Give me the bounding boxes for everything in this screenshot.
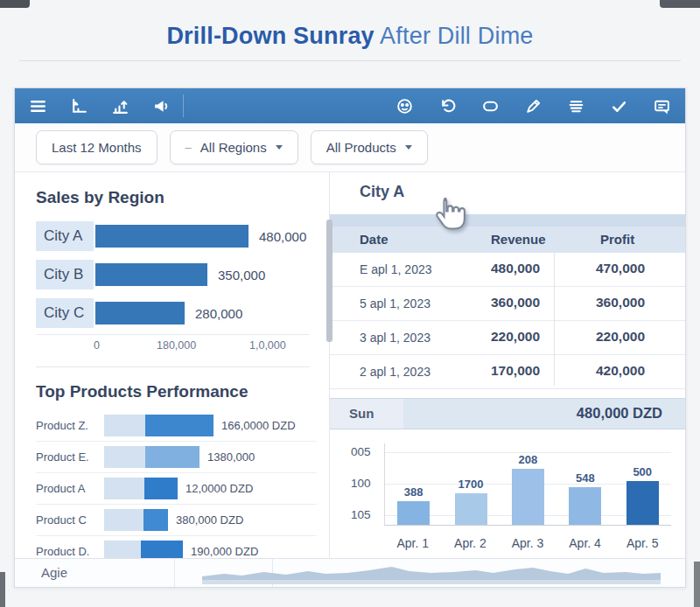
cursor-icon: [430, 195, 468, 237]
cell-profit: 360,000: [547, 295, 645, 310]
daily-bar-column[interactable]: 208: [502, 453, 553, 525]
column-divider: [554, 253, 555, 386]
toolbar-divider: [183, 94, 184, 117]
region-row[interactable]: City A480,000: [36, 219, 329, 254]
daily-bar-value: 388: [404, 485, 424, 499]
megaphone-icon[interactable]: [152, 97, 171, 115]
stack-icon[interactable]: [567, 97, 585, 115]
daily-bar-chart: 005 100 105 3881700208548500 Apr. 1Apr. …: [344, 438, 675, 552]
product-row[interactable]: Product C380,000 DZD: [36, 505, 317, 536]
daily-bar: [455, 493, 487, 525]
filter-product-label: All Products: [326, 140, 396, 155]
chat-card-icon[interactable]: [653, 97, 671, 115]
product-bar-base: [104, 446, 145, 468]
summary-label: Sun: [349, 406, 374, 421]
y-axis-tick: 105: [351, 508, 371, 521]
pen-icon[interactable]: [524, 97, 542, 115]
check-icon[interactable]: [610, 97, 628, 115]
y-axis-tick: 100: [351, 477, 371, 490]
axis-chart-icon[interactable]: [70, 97, 88, 115]
corner-artifact: [694, 562, 700, 607]
daily-x-labels: Apr. 1Apr. 2Apr. 3Apr. 4Apr. 5: [384, 536, 671, 550]
top-products-chart: Product Z.166,0000 DZDProduct E.1380,000…: [36, 410, 317, 568]
content-area: Sales by Region City A480,000City B350,0…: [15, 172, 685, 559]
region-label: City C: [36, 298, 94, 328]
daily-bar: [397, 501, 430, 525]
product-bar: [145, 446, 200, 468]
region-row[interactable]: City C280,000: [36, 296, 329, 331]
product-label: Product A: [36, 482, 104, 495]
column-header-date[interactable]: Date: [360, 227, 388, 253]
cell-revenue: 480,000: [433, 261, 540, 276]
cell-profit: 470,000: [547, 261, 645, 276]
region-value: 350,000: [218, 268, 265, 283]
product-value: 190,000 DZD: [191, 545, 258, 558]
sales-x-axis: 0 180,000 1,0,000: [36, 334, 310, 356]
product-label: Product D.: [36, 545, 104, 558]
region-bar: [95, 302, 185, 324]
product-label: Product C: [36, 513, 104, 527]
table-body: E apl 1, 2023480,000470,0005 apl 1, 2023…: [330, 253, 685, 389]
top-products-title: Top Products Performance: [36, 382, 329, 401]
page-title: Drill-Down Sunray After Dill Dime: [0, 23, 700, 50]
summary-value: 480,000 DZD: [577, 405, 662, 422]
detail-panel: City A Date Revenue Profit E apl 1, 2023…: [330, 172, 685, 559]
product-bar-base: [104, 415, 145, 436]
daily-bar-column[interactable]: 548: [560, 471, 611, 525]
table-row[interactable]: 5 apl 1, 2023360,000360,000: [330, 287, 685, 321]
filter-region-button[interactable]: – All Regions: [170, 130, 298, 164]
left-panel: Sales by Region City A480,000City B350,0…: [15, 172, 330, 559]
cell-revenue: 170,000: [433, 363, 540, 379]
product-label: Product Z.: [36, 419, 104, 432]
product-bar: [144, 509, 168, 531]
filter-region-prefix: –: [186, 141, 192, 154]
table-row[interactable]: E apl 1, 2023480,000470,000: [330, 253, 685, 287]
daily-bar-column[interactable]: 388: [388, 485, 439, 525]
filter-bar: Last 12 Months – All Regions All Product…: [15, 123, 685, 172]
toolbar-right-icons: [396, 97, 671, 115]
corner-artifact: [660, 0, 700, 8]
filter-product-button[interactable]: All Products: [311, 130, 428, 164]
region-row[interactable]: City B350,000: [36, 257, 329, 292]
daily-bar: [569, 487, 601, 525]
bar-upload-icon[interactable]: [111, 97, 130, 115]
product-row[interactable]: Product E.1380,000: [36, 442, 317, 473]
chevron-down-icon: [405, 145, 412, 150]
y-axis-tick: 005: [351, 445, 371, 458]
section-divider: [36, 366, 310, 367]
daily-x-label: Apr. 5: [617, 536, 668, 550]
region-label: City B: [36, 260, 94, 290]
filter-time-button[interactable]: Last 12 Months: [36, 130, 158, 164]
table-row[interactable]: 2 apl 1, 2023170,000420,000: [330, 355, 685, 389]
page-title-suffix: After Dill Dime: [374, 23, 534, 49]
table-row[interactable]: 3 apl 1, 2023220,000220,000: [330, 321, 685, 355]
product-bar-base: [104, 509, 144, 531]
daily-bar-value: 548: [576, 471, 595, 485]
daily-bar-value: 1700: [458, 478, 484, 491]
cell-date: 5 apl 1, 2023: [360, 297, 430, 310]
scrollbar-thumb[interactable]: [326, 220, 332, 342]
dashboard-page: Drill-Down Sunray After Dill Dime Last 1…: [0, 0, 700, 607]
table-header: Date Revenue Profit: [330, 227, 685, 253]
daily-x-label: Apr. 1: [388, 536, 438, 550]
axis-tick: 0: [94, 339, 100, 352]
product-row[interactable]: Product A12,0000 DZD: [36, 473, 317, 505]
column-header-revenue[interactable]: Revenue: [491, 227, 546, 253]
column-header-profit[interactable]: Profit: [600, 227, 634, 253]
daily-bar-column[interactable]: 1700: [445, 478, 496, 525]
chevron-down-icon: [276, 145, 283, 150]
summary-row[interactable]: Sun 480,000 DZD: [330, 398, 685, 429]
daily-bar-value: 208: [519, 453, 538, 466]
capsule-icon[interactable]: [481, 97, 500, 115]
menu-icon[interactable]: [29, 97, 47, 115]
undo-icon[interactable]: [438, 97, 457, 115]
footer-row: Agie: [15, 558, 685, 587]
product-value: 12,0000 DZD: [186, 482, 253, 495]
product-row[interactable]: Product Z.166,0000 DZD: [36, 410, 317, 442]
daily-x-label: Apr. 4: [560, 536, 611, 550]
face-icon[interactable]: [396, 97, 414, 115]
detail-panel-title: City A: [360, 183, 404, 201]
product-bar: [144, 478, 178, 499]
daily-bar-column[interactable]: 500: [617, 465, 668, 525]
filter-time-label: Last 12 Months: [52, 140, 142, 155]
